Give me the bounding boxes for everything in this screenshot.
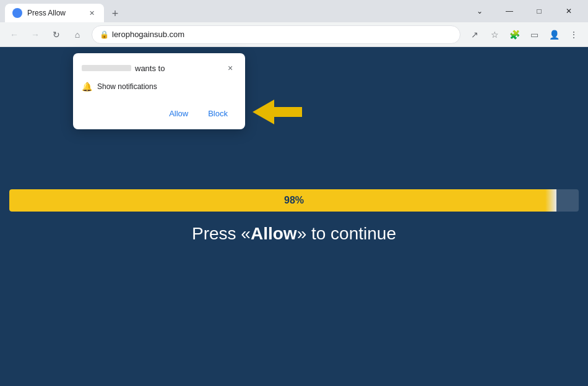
- tab-title: Press Allow: [27, 9, 82, 17]
- show-notifications-text: Show notifications: [97, 82, 157, 91]
- press-allow-before: Press «: [192, 224, 251, 243]
- address-bar[interactable]: 🔒 lerophogainsub.com: [92, 25, 460, 44]
- reload-button[interactable]: ↻: [47, 25, 66, 44]
- popup-body: 🔔 Show notifications: [73, 79, 245, 100]
- close-button[interactable]: ✕: [555, 1, 583, 21]
- back-button[interactable]: ←: [5, 25, 24, 44]
- chevron-down-button[interactable]: ⌄: [465, 1, 494, 21]
- back-icon: ←: [10, 30, 19, 40]
- new-tab-button[interactable]: +: [106, 5, 124, 22]
- share-button[interactable]: ↗: [465, 25, 484, 44]
- progress-bar-end: [545, 189, 556, 212]
- press-allow-after: » to continue: [297, 224, 396, 243]
- allow-button[interactable]: Allow: [160, 105, 197, 122]
- toolbar: ← → ↻ ⌂ 🔒 lerophogainsub.com ↗ ☆ 🧩 ▭: [0, 22, 588, 47]
- close-icon: ✕: [566, 7, 572, 15]
- arrow-indicator: [253, 96, 302, 130]
- home-button[interactable]: ⌂: [68, 25, 87, 44]
- title-bar: Press Allow ✕ + ⌄ — □ ✕: [0, 0, 588, 22]
- block-button[interactable]: Block: [199, 105, 236, 122]
- chevron-icon: ⌄: [477, 7, 483, 15]
- bell-icon: 🔔: [82, 82, 92, 92]
- popup-actions: Allow Block: [73, 100, 245, 129]
- home-icon: ⌂: [75, 30, 80, 40]
- puzzle-icon: 🧩: [509, 30, 520, 40]
- progress-label: 98%: [284, 195, 304, 206]
- tab-favicon: [12, 8, 22, 18]
- menu-button[interactable]: ⋮: [564, 25, 583, 44]
- lock-icon: 🔒: [100, 30, 108, 39]
- progress-bar-container: 98%: [9, 189, 579, 212]
- minimize-icon: —: [506, 7, 513, 15]
- cast-icon: ▭: [530, 30, 538, 40]
- progress-area: 98% Press «Allow» to continue: [9, 189, 579, 244]
- menu-icon: ⋮: [569, 30, 578, 40]
- share-icon: ↗: [471, 30, 478, 40]
- account-icon: 👤: [549, 30, 560, 40]
- reload-icon: ↻: [53, 30, 60, 40]
- toolbar-right-icons: ↗ ☆ 🧩 ▭ 👤 ⋮: [465, 25, 583, 44]
- star-icon: ☆: [491, 30, 499, 40]
- allow-bold-text: Allow: [251, 224, 297, 243]
- maximize-button[interactable]: □: [525, 1, 553, 21]
- page-content: wants to × 🔔 Show notifications Allow Bl…: [0, 47, 588, 386]
- tab-area: Press Allow ✕ +: [5, 0, 463, 22]
- cast-button[interactable]: ▭: [525, 25, 543, 44]
- popup-close-button[interactable]: ×: [224, 62, 236, 74]
- forward-button[interactable]: →: [26, 25, 45, 44]
- active-tab[interactable]: Press Allow ✕: [5, 4, 104, 22]
- wants-to-label: wants to: [135, 64, 165, 73]
- popup-header: wants to ×: [73, 53, 245, 79]
- svg-marker-0: [253, 100, 302, 124]
- account-button[interactable]: 👤: [545, 25, 563, 44]
- extensions-button[interactable]: 🧩: [505, 25, 524, 44]
- browser-window: Press Allow ✕ + ⌄ — □ ✕ ← →: [0, 0, 588, 386]
- notification-row: 🔔 Show notifications: [82, 82, 236, 92]
- popup-wants-to-text: wants to: [82, 64, 165, 73]
- minimize-button[interactable]: —: [495, 1, 524, 21]
- bookmark-button[interactable]: ☆: [485, 25, 504, 44]
- window-controls: ⌄ — □ ✕: [465, 1, 583, 21]
- notification-permission-popup: wants to × 🔔 Show notifications Allow Bl…: [73, 53, 245, 129]
- url-text: lerophogainsub.com: [112, 30, 452, 39]
- maximize-icon: □: [537, 7, 541, 15]
- press-allow-instruction: Press «Allow» to continue: [192, 224, 396, 244]
- forward-icon: →: [31, 30, 40, 40]
- progress-bar-fill: [9, 189, 556, 212]
- popup-site-name-redacted: [82, 65, 131, 71]
- tab-close-button[interactable]: ✕: [87, 8, 97, 18]
